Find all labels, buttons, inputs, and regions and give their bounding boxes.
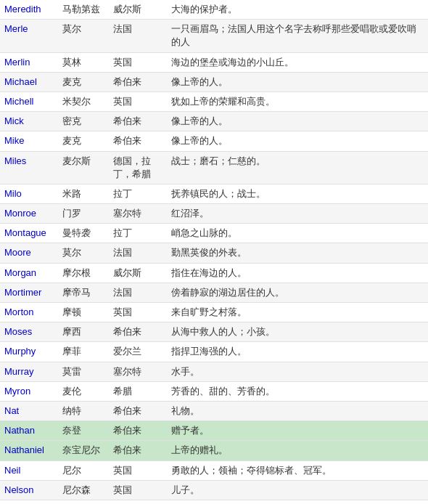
name-cell[interactable]: Nat	[0, 401, 58, 420]
meaning-cell: 一只画眉鸟；法国人用这个名字去称呼那些爱唱歌或爱吹哨的人	[167, 20, 428, 52]
origin-cell: 希伯来	[109, 131, 167, 151]
origin-cell: 塞尔特	[109, 362, 167, 381]
origin-cell: 法国	[109, 20, 167, 52]
chinese-name-cell: 摩帝马	[58, 283, 109, 302]
name-cell[interactable]: Miles	[0, 151, 58, 184]
table-row: Moore莫尔法国勤黑英俊的外表。	[0, 243, 428, 263]
name-cell[interactable]: Murphy	[0, 342, 58, 362]
chinese-name-cell: 纽曼	[58, 500, 109, 504]
origin-cell: 英国	[109, 92, 167, 111]
name-cell[interactable]: Moore	[0, 243, 58, 263]
origin-cell: 威尔斯	[109, 0, 167, 20]
meaning-cell: 爱欢迎的异乡人。	[167, 500, 428, 504]
chinese-name-cell: 尼尔	[58, 460, 109, 480]
table-row: Moses摩西希伯来从海中救人的人；小孩。	[0, 322, 428, 342]
chinese-name-cell: 奈宝尼尔	[58, 441, 109, 460]
name-cell[interactable]: Monroe	[0, 204, 58, 224]
table-row: Milo米路拉丁抚养镇民的人；战士。	[0, 184, 428, 203]
origin-cell: 英国	[109, 480, 167, 500]
name-cell[interactable]: Merle	[0, 20, 58, 52]
chinese-name-cell: 莫雷	[58, 362, 109, 381]
chinese-name-cell: 莫尔	[58, 243, 109, 263]
chinese-name-cell: 摩菲	[58, 342, 109, 362]
table-row: Monroe门罗塞尔特红沼泽。	[0, 204, 428, 224]
meaning-cell: 战士；磨石；仁慈的。	[167, 151, 428, 184]
meaning-cell: 红沼泽。	[167, 204, 428, 224]
name-cell[interactable]: Michael	[0, 72, 58, 92]
meaning-cell: 从海中救人的人；小孩。	[167, 322, 428, 342]
table-row: Michell米契尔英国犹如上帝的荣耀和高贵。	[0, 92, 428, 111]
name-cell[interactable]: Murray	[0, 362, 58, 381]
meaning-cell: 抚养镇民的人；战士。	[167, 184, 428, 203]
table-row: Miles麦尔斯德国，拉丁，希腊战士；磨石；仁慈的。	[0, 151, 428, 184]
table-row: Nathan奈登希伯来赠予者。	[0, 421, 428, 441]
name-cell[interactable]: Michell	[0, 92, 58, 111]
table-row: Myron麦伦希腊芳香的、甜的、芳香的。	[0, 381, 428, 401]
origin-cell: 拉丁	[109, 224, 167, 243]
meaning-cell: 大海的保护者。	[167, 0, 428, 20]
name-cell[interactable]: Morton	[0, 303, 58, 322]
table-row: Murray莫雷塞尔特水手。	[0, 362, 428, 381]
chinese-name-cell: 米契尔	[58, 92, 109, 111]
origin-cell: 希伯来	[109, 112, 167, 131]
name-cell[interactable]: Mike	[0, 131, 58, 151]
table-row: Nelson尼尔森英国儿子。	[0, 480, 428, 500]
table-row: Nat纳特希伯来礼物。	[0, 401, 428, 420]
meaning-cell: 海边的堡垒或海边的小山丘。	[167, 52, 428, 72]
origin-cell: 希伯来	[109, 401, 167, 420]
table-row: Murphy摩菲爱尔兰指捍卫海强的人。	[0, 342, 428, 362]
meaning-cell: 犹如上帝的荣耀和高贵。	[167, 92, 428, 111]
chinese-name-cell: 麦伦	[58, 381, 109, 401]
name-cell[interactable]: Nathan	[0, 421, 58, 441]
origin-cell: 拉丁	[109, 184, 167, 203]
name-cell[interactable]: Neil	[0, 460, 58, 480]
names-table: Meredith马勒第兹威尔斯大海的保护者。Merle莫尔法国一只画眉鸟；法国人…	[0, 0, 428, 504]
meaning-cell: 像上帝的人。	[167, 72, 428, 92]
name-cell[interactable]: Morgan	[0, 263, 58, 283]
chinese-name-cell: 门罗	[58, 204, 109, 224]
chinese-name-cell: 麦克	[58, 72, 109, 92]
table-row: Neil尼尔英国勇敢的人；领袖；夺得锦标者、冠军。	[0, 460, 428, 480]
chinese-name-cell: 马勒第兹	[58, 0, 109, 20]
name-cell[interactable]: Mortimer	[0, 283, 58, 302]
origin-cell: 希腊	[109, 381, 167, 401]
meaning-cell: 赠予者。	[167, 421, 428, 441]
chinese-name-cell: 密克	[58, 112, 109, 131]
origin-cell: 法国	[109, 243, 167, 263]
name-cell[interactable]: Moses	[0, 322, 58, 342]
name-cell[interactable]: Nathaniel	[0, 441, 58, 460]
chinese-name-cell: 摩顿	[58, 303, 109, 322]
meaning-cell: 来自旷野之村落。	[167, 303, 428, 322]
meaning-cell: 儿子。	[167, 480, 428, 500]
origin-cell: 爱尔兰	[109, 342, 167, 362]
chinese-name-cell: 尼尔森	[58, 480, 109, 500]
table-row: Morgan摩尔根威尔斯指住在海边的人。	[0, 263, 428, 283]
table-row: Merlin莫林英国海边的堡垒或海边的小山丘。	[0, 52, 428, 72]
origin-cell: 威尔斯	[109, 263, 167, 283]
chinese-name-cell: 麦尔斯	[58, 151, 109, 184]
name-cell[interactable]: Newman	[0, 500, 58, 504]
name-cell[interactable]: Myron	[0, 381, 58, 401]
name-cell[interactable]: Meredith	[0, 0, 58, 20]
name-cell[interactable]: Montague	[0, 224, 58, 243]
meaning-cell: 水手。	[167, 362, 428, 381]
table-row: Merle莫尔法国一只画眉鸟；法国人用这个名字去称呼那些爱唱歌或爱吹哨的人	[0, 20, 428, 52]
meaning-cell: 礼物。	[167, 401, 428, 420]
meaning-cell: 峭急之山脉的。	[167, 224, 428, 243]
table-row: Morton摩顿英国来自旷野之村落。	[0, 303, 428, 322]
meaning-cell: 芳香的、甜的、芳香的。	[167, 381, 428, 401]
table-row: Michael麦克希伯来像上帝的人。	[0, 72, 428, 92]
meaning-cell: 像上帝的人。	[167, 131, 428, 151]
meaning-cell: 勇敢的人；领袖；夺得锦标者、冠军。	[167, 460, 428, 480]
meaning-cell: 上帝的赠礼。	[167, 441, 428, 460]
chinese-name-cell: 曼特袭	[58, 224, 109, 243]
name-cell[interactable]: Merlin	[0, 52, 58, 72]
name-cell[interactable]: Mick	[0, 112, 58, 131]
table-row: Nathaniel奈宝尼尔希伯来上帝的赠礼。	[0, 441, 428, 460]
chinese-name-cell: 米路	[58, 184, 109, 203]
name-cell[interactable]: Milo	[0, 184, 58, 203]
origin-cell: 英国	[109, 303, 167, 322]
origin-cell: 法国	[109, 283, 167, 302]
origin-cell: 德国，拉丁，希腊	[109, 151, 167, 184]
name-cell[interactable]: Nelson	[0, 480, 58, 500]
